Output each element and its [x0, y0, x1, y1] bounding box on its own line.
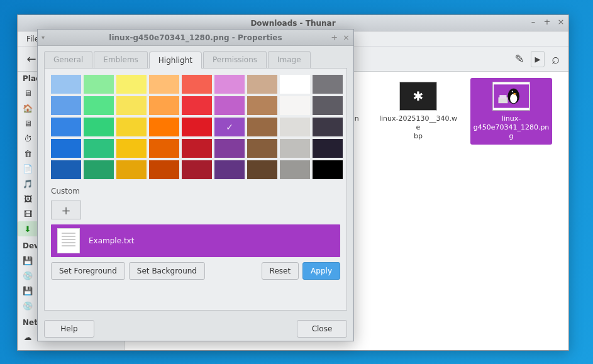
color-swatch[interactable]: [116, 96, 147, 115]
color-swatch[interactable]: [280, 160, 310, 179]
tab-highlight[interactable]: Highlight: [149, 52, 202, 69]
file-item[interactable]: linux- g450e70341_1280.png: [470, 78, 552, 145]
sidebar-item-icon: 🖼: [23, 194, 33, 204]
color-swatch[interactable]: [51, 96, 81, 115]
color-swatch[interactable]: [51, 118, 81, 136]
tab-general[interactable]: General: [44, 51, 92, 68]
file-thumbnail: [492, 82, 530, 111]
color-swatch[interactable]: [51, 139, 81, 158]
color-swatch[interactable]: [247, 118, 277, 136]
custom-label: Custom: [51, 187, 340, 196]
window-title: Downloads - Thunar: [250, 19, 335, 28]
color-swatch[interactable]: [280, 96, 310, 115]
file-name: linux- g450e70341_1280.png: [472, 114, 551, 141]
example-preview: Example.txt: [51, 224, 340, 257]
color-swatch[interactable]: [84, 139, 114, 158]
sidebar-item-icon: 🎞: [23, 209, 33, 219]
color-swatch[interactable]: [247, 75, 277, 94]
sidebar-item-icon: 💾: [23, 285, 33, 295]
properties-dialog: ▾ linux-g450e70341_1280.png - Properties…: [37, 29, 354, 341]
dialog-menu-icon[interactable]: ▾: [42, 34, 45, 41]
svg-point-2: [510, 94, 517, 103]
close-icon[interactable]: ×: [556, 17, 566, 27]
color-swatch[interactable]: [214, 139, 245, 158]
color-swatch[interactable]: [313, 139, 343, 158]
search-icon[interactable]: ⌕: [547, 51, 563, 67]
document-icon: [57, 228, 80, 253]
sidebar-item-icon: 💿: [23, 270, 33, 280]
dialog-title: linux-g450e70341_1280.png - Properties: [109, 33, 282, 42]
dialog-close-icon[interactable]: ×: [343, 33, 350, 42]
close-button[interactable]: Close: [297, 320, 347, 338]
sidebar-item-icon: 💾: [23, 255, 33, 265]
color-swatch[interactable]: [149, 118, 179, 136]
go-button[interactable]: ▸: [531, 51, 545, 67]
maximize-icon[interactable]: +: [542, 17, 552, 27]
highlight-panel: Custom + Example.txt Set Foreground Set …: [44, 68, 347, 311]
color-swatch[interactable]: [280, 118, 310, 136]
dialog-maximize-icon[interactable]: +: [331, 33, 338, 42]
color-swatch[interactable]: [247, 160, 277, 179]
dialog-footer: Help Close: [38, 317, 353, 341]
sidebar-item-icon: 🎵: [23, 179, 33, 189]
color-swatch[interactable]: [149, 96, 179, 115]
color-swatch[interactable]: [84, 118, 114, 136]
color-swatch[interactable]: [313, 160, 343, 179]
color-swatch[interactable]: [182, 96, 212, 115]
color-swatch[interactable]: [51, 75, 81, 94]
file-thumbnail: ✱: [399, 82, 437, 111]
color-swatch[interactable]: [247, 96, 277, 115]
color-swatch[interactable]: [247, 139, 277, 158]
dialog-titlebar[interactable]: ▾ linux-g450e70341_1280.png - Properties…: [38, 30, 353, 46]
file-item[interactable]: ✱linux-2025130__340.we bp: [377, 78, 459, 145]
color-swatch[interactable]: [182, 75, 212, 94]
edit-path-button[interactable]: ✎: [511, 50, 528, 68]
sidebar-item-icon: 🏠: [23, 103, 33, 113]
color-swatch[interactable]: [149, 160, 179, 179]
apply-button[interactable]: Apply: [302, 262, 340, 280]
color-swatch[interactable]: [84, 75, 114, 94]
color-swatch[interactable]: [280, 75, 310, 94]
color-swatch[interactable]: [149, 75, 179, 94]
color-swatch[interactable]: [214, 75, 245, 94]
color-swatch[interactable]: [182, 118, 212, 136]
color-swatch[interactable]: [116, 160, 147, 179]
color-swatch[interactable]: [182, 160, 212, 179]
color-swatch[interactable]: [51, 160, 81, 179]
help-button[interactable]: Help: [44, 320, 94, 338]
color-swatch[interactable]: [149, 139, 179, 158]
color-swatch[interactable]: [280, 139, 310, 158]
sidebar-item-icon: 🖥: [23, 88, 33, 98]
color-swatch[interactable]: [182, 139, 212, 158]
tab-image[interactable]: Image: [268, 51, 311, 68]
file-name: linux-2025130__340.we bp: [379, 114, 458, 141]
color-swatch[interactable]: [214, 96, 245, 115]
color-swatch[interactable]: [313, 75, 343, 94]
color-swatch[interactable]: [84, 160, 114, 179]
set-background-button[interactable]: Set Background: [129, 262, 205, 280]
color-swatch[interactable]: [116, 75, 147, 94]
color-swatch[interactable]: [214, 118, 245, 136]
sidebar-item-icon: 📄: [23, 163, 33, 174]
color-swatch[interactable]: [84, 96, 114, 115]
svg-point-3: [512, 91, 513, 92]
reset-button[interactable]: Reset: [262, 262, 299, 280]
color-swatch[interactable]: [313, 118, 343, 136]
tab-emblems[interactable]: Emblems: [94, 51, 148, 68]
color-swatch[interactable]: [214, 160, 245, 179]
sidebar-item-icon: ⬇: [23, 224, 33, 234]
minimize-icon[interactable]: –: [528, 17, 538, 27]
example-label: Example.txt: [89, 236, 134, 245]
sidebar-item-icon: ☁: [23, 332, 33, 342]
color-swatch[interactable]: [313, 96, 343, 115]
set-foreground-button[interactable]: Set Foreground: [51, 262, 125, 280]
sidebar-item-icon: 🗑: [23, 148, 33, 158]
sidebar-item-icon: ⏱: [23, 133, 33, 143]
sidebar-item-icon: 💿: [23, 301, 33, 311]
color-grid: [51, 75, 340, 179]
tab-permissions[interactable]: Permissions: [203, 51, 267, 68]
add-custom-color-button[interactable]: +: [51, 201, 81, 219]
tabs: GeneralEmblemsHighlightPermissionsImage: [38, 46, 353, 68]
color-swatch[interactable]: [116, 118, 147, 136]
color-swatch[interactable]: [116, 139, 147, 158]
